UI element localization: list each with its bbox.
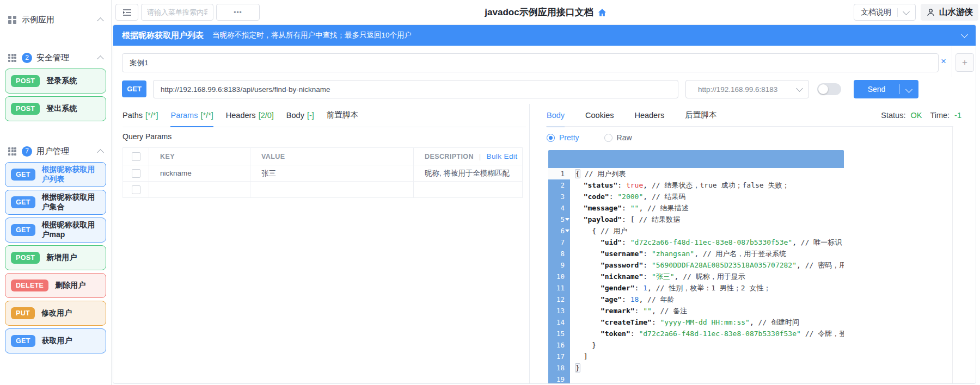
add-case-button[interactable]: +: [955, 53, 974, 72]
server-select[interactable]: http://192.168.99.6:8183: [685, 80, 809, 98]
code-text: "username": "zhangsan", // 用户名，用于登录系统: [570, 248, 786, 259]
sidebar-item[interactable]: POST新增用户: [5, 245, 106, 270]
bulk-edit-link[interactable]: Bulk Edit: [486, 152, 517, 160]
send-button[interactable]: Send: [854, 80, 918, 98]
code-line: 10 "nickname": "张三", // 昵称，用于显示: [548, 271, 844, 282]
line-number: 8: [548, 248, 570, 259]
query-params-title: Query Params: [122, 132, 171, 141]
chevron-up-icon[interactable]: [97, 17, 104, 24]
case-name-input[interactable]: [122, 53, 939, 72]
sidebar-item-label: 根据昵称获取用户集合: [42, 192, 100, 212]
param-key-cell[interactable]: [149, 182, 250, 198]
line-number: 16: [548, 339, 570, 351]
code-line: 8 "username": "zhangsan", // 用户名，用于登录系统: [548, 248, 844, 259]
follow-redirect-toggle[interactable]: [817, 83, 841, 95]
line-number: 6: [548, 225, 570, 237]
sidebar-item[interactable]: GET获取用户: [5, 328, 106, 353]
view-mode-switch: Pretty Raw: [547, 133, 632, 142]
table-row: nickname张三昵称, 将被用于全模糊匹配: [123, 165, 523, 182]
code-line: 18}: [548, 362, 844, 374]
code-text: { // 用户: [570, 225, 627, 237]
code-text: "password": "5690DDDFA28AE085D23518A0357…: [570, 259, 844, 271]
sidebar-item[interactable]: GET根据昵称获取用户集合: [5, 190, 106, 215]
request-panel: Paths[*/*]Params[*/*]Headers[2/0]Body[-]…: [113, 104, 529, 383]
column-header: KEY: [149, 148, 250, 165]
code-text: "createTime": "yyyy-MM-dd HH:mm:ss", // …: [570, 316, 799, 328]
response-status: Status: OK Time: -1: [881, 104, 961, 127]
chevron-up-icon[interactable]: [97, 149, 104, 156]
sidebar-item-label: 登录系统: [46, 76, 77, 86]
time-value: -1: [954, 111, 961, 120]
code-header-bar: [548, 150, 844, 168]
api-banner[interactable]: 根据昵称获取用户列表 当昵称不指定时，将从所有用户中查找；最多只返回10个用户: [113, 25, 976, 46]
chevron-up-icon[interactable]: [97, 55, 104, 63]
line-number: 12: [548, 294, 570, 305]
tab-paths[interactable]: Paths[*/*]: [122, 104, 158, 127]
tab-params[interactable]: Params[*/*]: [170, 104, 213, 127]
response-tab-cookies[interactable]: Cookies: [585, 104, 614, 127]
row-checkbox-cell: [123, 182, 149, 198]
server-value: http://192.168.99.6:8183: [698, 85, 777, 94]
sidebar-item[interactable]: DELETE删除用户: [5, 273, 106, 298]
code-line: 16 }: [548, 339, 844, 351]
page-title-text: javadoc示例应用接口文档: [485, 6, 593, 18]
row-checkbox[interactable]: [132, 185, 140, 194]
pretty-radio[interactable]: Pretty: [547, 133, 579, 142]
doc-description-button[interactable]: 文档说明: [854, 4, 916, 21]
sidebar-item[interactable]: GET根据昵称获取用户map: [5, 218, 106, 243]
method-badge: POST: [11, 103, 40, 115]
app-root: { "colors": {"primary":"#3e8ef7","get":"…: [0, 0, 980, 385]
sidebar-item[interactable]: POST登录系统: [5, 69, 106, 94]
param-key-cell[interactable]: nickname: [149, 165, 250, 182]
param-description-cell[interactable]: [414, 182, 523, 198]
tab-headers[interactable]: Headers[2/0]: [226, 104, 274, 127]
method-select[interactable]: GET: [122, 80, 146, 97]
sidebar-item[interactable]: PUT修改用户: [5, 301, 106, 326]
row-checkbox[interactable]: [132, 169, 140, 178]
tab-前置脚本[interactable]: 前置脚本: [327, 104, 358, 127]
response-tab-headers[interactable]: Headers: [634, 104, 664, 127]
line-number: 9: [548, 259, 570, 271]
home-icon[interactable]: [597, 8, 607, 17]
code-line: 9 "password": "5690DDDFA28AE085D23518A03…: [548, 259, 844, 271]
code-text: "code": "2000", // 结果码: [570, 191, 685, 202]
sidebar-group-header[interactable]: 7用户管理: [5, 143, 106, 159]
sidebar-group-header[interactable]: 2安全管理: [5, 49, 106, 66]
method-badge: DELETE: [11, 280, 48, 291]
code-line: 6 { // 用户: [548, 225, 844, 237]
sidebar-item[interactable]: POST登出系统: [5, 96, 106, 121]
code-text: "message": "", // 结果描述: [570, 202, 689, 214]
line-number: 17: [548, 351, 570, 362]
send-options-icon[interactable]: [905, 86, 912, 93]
collapse-panel-icon[interactable]: [961, 31, 968, 38]
param-description-cell[interactable]: 昵称, 将被用于全模糊匹配: [414, 165, 523, 182]
select-all-checkbox[interactable]: [132, 152, 140, 161]
code-line: 1{ // 用户列表: [548, 168, 844, 179]
fold-icon[interactable]: [565, 229, 569, 232]
raw-label: Raw: [617, 133, 632, 142]
url-input[interactable]: [153, 80, 678, 98]
sidebar-item[interactable]: GET根据昵称获取用户列表: [5, 162, 106, 187]
code-text: "age": 18, // 年龄: [570, 294, 675, 305]
user-menu[interactable]: 山水游侠: [921, 4, 978, 21]
radio-on-icon: [547, 134, 555, 142]
code-text: }: [570, 362, 580, 374]
param-value-cell[interactable]: 张三: [250, 165, 414, 182]
code-text: "token": "d72c2a66-f48d-11ec-83e8-087b53…: [570, 328, 844, 339]
clear-case-icon[interactable]: ×: [941, 57, 946, 66]
fold-icon[interactable]: [565, 218, 569, 221]
response-body-viewer[interactable]: 1{ // 用户列表2 "status": true, // 结果状态，true…: [548, 150, 844, 383]
response-tab-后置脚本[interactable]: 后置脚本: [685, 104, 716, 127]
sidebar-group-header[interactable]: 示例应用: [5, 11, 106, 28]
line-number: 10: [548, 271, 570, 282]
response-tab-body[interactable]: Body: [547, 104, 565, 127]
line-number: 5: [548, 214, 570, 225]
param-value-cell[interactable]: [250, 182, 414, 198]
raw-radio[interactable]: Raw: [604, 133, 632, 142]
code-lines: 1{ // 用户列表2 "status": true, // 结果状态，true…: [548, 168, 844, 383]
line-number: 2: [548, 179, 570, 191]
tab-body[interactable]: Body[-]: [286, 104, 314, 127]
radio-off-icon: [604, 134, 612, 142]
code-line: 19: [548, 374, 844, 383]
group-count-badge: 7: [22, 146, 32, 157]
